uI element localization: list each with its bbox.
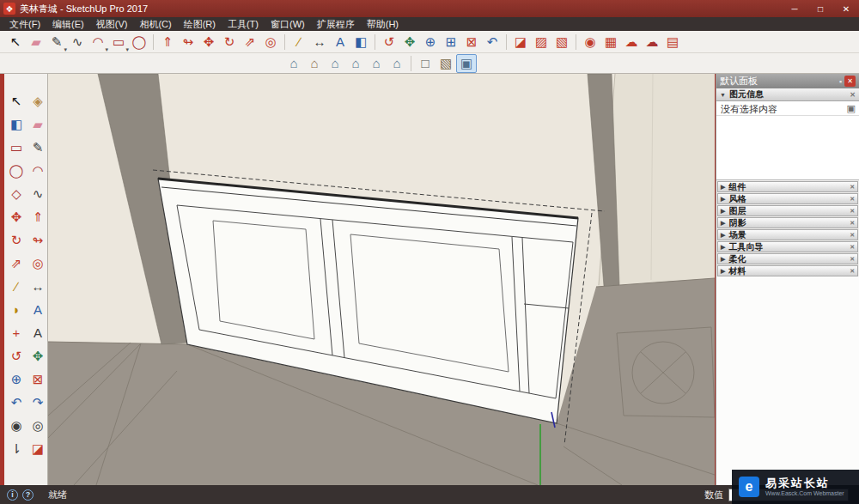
main-tool-3d-warehouse-button[interactable]: ☁ xyxy=(621,33,642,52)
main-tool-pan-button[interactable]: ✥ xyxy=(399,33,420,52)
left-tool-dimension-button[interactable]: ↔ xyxy=(28,276,47,295)
menu-view[interactable]: 视图(V) xyxy=(90,17,134,31)
main-tool-section-fill-button[interactable]: ▨ xyxy=(531,33,551,52)
left-tool-freehand-button[interactable]: ∿ xyxy=(28,184,47,203)
main-tool-arc-button[interactable]: ◠▾ xyxy=(88,33,108,52)
left-tool-position-camera-button[interactable]: ◉ xyxy=(7,416,26,434)
left-tool-paint-bucket-button[interactable]: ◧ xyxy=(7,114,26,133)
main-tool-layout-button[interactable]: ▤ xyxy=(662,33,683,52)
main-tool-rectangle-button[interactable]: ▭▾ xyxy=(108,33,129,52)
menu-help[interactable]: 帮助(H) xyxy=(361,17,405,31)
left-tool-eraser-button[interactable]: ▰ xyxy=(28,114,47,133)
left-tool-rectangle-button[interactable]: ▭ xyxy=(7,137,26,156)
main-tool-zoom-window-button[interactable]: ⊞ xyxy=(441,33,461,52)
minimize-button[interactable]: ─ xyxy=(782,0,807,17)
tray-titlebar[interactable]: 默认面板 ▪ ✕ xyxy=(716,74,859,88)
view-style-wireframe-button[interactable]: □ xyxy=(415,54,436,73)
main-tool-eraser-button[interactable]: ▰ xyxy=(26,33,46,52)
entity-info-header[interactable]: ▼ 图元信息 ✕ xyxy=(716,88,859,101)
section-close-icon[interactable]: ✕ xyxy=(850,268,855,275)
section-close-icon[interactable]: ✕ xyxy=(850,196,855,203)
view-style-shaded-button[interactable]: ▧ xyxy=(436,54,456,73)
main-tool-follow-me-button[interactable]: ↬ xyxy=(178,33,198,52)
view-back-view-button[interactable]: ⌂ xyxy=(366,54,387,73)
viewport-3d[interactable] xyxy=(47,74,714,485)
main-tool-photo-texture-button[interactable]: ▦ xyxy=(600,33,621,52)
left-tool-circle-button[interactable]: ◯ xyxy=(7,161,26,179)
tray-section-shadows[interactable]: ▶阴影✕ xyxy=(717,217,858,228)
main-tool-zoom-button[interactable]: ⊕ xyxy=(420,33,441,52)
menu-file[interactable]: 文件(F) xyxy=(3,17,46,31)
main-tool-dimension-button[interactable]: ↔ xyxy=(309,33,330,52)
geolocation-info-icon[interactable]: i xyxy=(7,489,18,501)
left-tool-follow-me-button[interactable]: ↬ xyxy=(28,230,47,249)
view-front-view-button[interactable]: ⌂ xyxy=(325,54,345,73)
left-tool-arc-button[interactable]: ◠ xyxy=(28,161,47,179)
menu-tools[interactable]: 工具(T) xyxy=(222,17,265,31)
left-tool-zoom-extents-button[interactable]: ⊠ xyxy=(28,369,47,388)
menu-draw[interactable]: 绘图(R) xyxy=(178,17,222,31)
maximize-button[interactable]: □ xyxy=(807,0,833,17)
tray-section-materials[interactable]: ▶材料✕ xyxy=(717,265,858,276)
left-tool-move-button[interactable]: ✥ xyxy=(7,207,26,226)
tray-close-button[interactable]: ✕ xyxy=(844,76,856,87)
left-tool-text-button[interactable]: A xyxy=(28,300,47,319)
main-tool-section-display-button[interactable]: ▧ xyxy=(551,33,572,52)
left-tool-push-pull-button[interactable]: ⇑ xyxy=(28,207,47,226)
menu-edit[interactable]: 编辑(E) xyxy=(46,17,90,31)
main-tool-select-button[interactable]: ↖ xyxy=(5,33,26,52)
main-tool-circle-button[interactable]: ◯ xyxy=(129,33,149,52)
left-tool-pan-button[interactable]: ✥ xyxy=(28,346,47,365)
main-tool-scale-button[interactable]: ⇗ xyxy=(240,33,260,52)
main-tool-section-plane-button[interactable]: ◪ xyxy=(510,33,531,52)
left-tool-axes-button[interactable]: + xyxy=(7,323,26,342)
main-tool-offset-button[interactable]: ◎ xyxy=(260,33,281,52)
close-button[interactable]: ✕ xyxy=(833,0,859,17)
view-right-view-button[interactable]: ⌂ xyxy=(345,54,366,73)
tray-section-styles[interactable]: ▶风格✕ xyxy=(717,193,858,204)
main-tool-push-pull-button[interactable]: ⇑ xyxy=(157,33,178,52)
main-tool-line-button[interactable]: ✎▾ xyxy=(46,33,67,52)
main-tool-previous-view-button[interactable]: ↶ xyxy=(482,33,503,52)
main-tool-rotate-button[interactable]: ↻ xyxy=(219,33,240,52)
main-tool-geo-location-button[interactable]: ◉ xyxy=(580,33,600,52)
left-tool-protractor-button[interactable]: ◗ xyxy=(7,300,26,319)
tray-section-instructor[interactable]: ▶工具向导✕ xyxy=(717,241,858,252)
main-tool-freehand-button[interactable]: ∿ xyxy=(67,33,88,52)
left-tool-offset-button[interactable]: ◎ xyxy=(28,253,47,272)
view-iso-view-button[interactable]: ⌂ xyxy=(283,54,304,73)
left-tool-rotate-button[interactable]: ↻ xyxy=(7,230,26,249)
main-tool-tape-measure-button[interactable]: ∕ xyxy=(289,33,309,52)
left-tool-zoom-button[interactable]: ⊕ xyxy=(7,369,26,388)
tray-section-components[interactable]: ▶组件✕ xyxy=(717,181,858,192)
tray-section-layers[interactable]: ▶图层✕ xyxy=(717,205,858,216)
left-tool-next-view-button[interactable]: ↷ xyxy=(28,392,47,411)
left-tool-scale-button[interactable]: ⇗ xyxy=(7,253,26,272)
left-tool-walk-button[interactable]: ⇂ xyxy=(7,439,26,458)
auto-hide-pin-icon[interactable]: ▪ xyxy=(839,77,842,86)
entity-info-close-icon[interactable]: ✕ xyxy=(850,91,856,99)
tray-section-scenes[interactable]: ▶场景✕ xyxy=(717,229,858,240)
menu-camera[interactable]: 相机(C) xyxy=(133,17,177,31)
view-style-textured-button[interactable]: ▣ xyxy=(456,54,477,73)
left-tool-look-around-button[interactable]: ◎ xyxy=(28,416,47,434)
left-tool-make-component-button[interactable]: ◈ xyxy=(28,91,47,110)
view-top-view-button[interactable]: ⌂ xyxy=(304,54,325,73)
section-close-icon[interactable]: ✕ xyxy=(850,220,855,227)
view-left-view-button[interactable]: ⌂ xyxy=(387,54,407,73)
main-tool-move-button[interactable]: ✥ xyxy=(198,33,219,52)
main-tool-zoom-extents-button[interactable]: ⊠ xyxy=(461,33,482,52)
left-tool-select-button[interactable]: ↖ xyxy=(7,91,26,110)
left-tool-3d-text-button[interactable]: A xyxy=(28,323,47,342)
left-tool-polygon-button[interactable]: ◇ xyxy=(7,184,26,203)
menu-extensions[interactable]: 扩展程序 xyxy=(311,17,361,31)
section-close-icon[interactable]: ✕ xyxy=(850,244,855,251)
section-close-icon[interactable]: ✕ xyxy=(850,232,855,239)
tray-section-soften-edges[interactable]: ▶柔化✕ xyxy=(717,253,858,264)
left-tool-previous-view-button[interactable]: ↶ xyxy=(7,392,26,411)
left-tool-tape-measure-button[interactable]: ∕ xyxy=(7,276,26,295)
section-close-icon[interactable]: ✕ xyxy=(850,256,855,263)
main-tool-extension-warehouse-button[interactable]: ☁ xyxy=(642,33,662,52)
help-icon[interactable]: ? xyxy=(22,489,34,501)
main-tool-orbit-button[interactable]: ↺ xyxy=(379,33,399,52)
